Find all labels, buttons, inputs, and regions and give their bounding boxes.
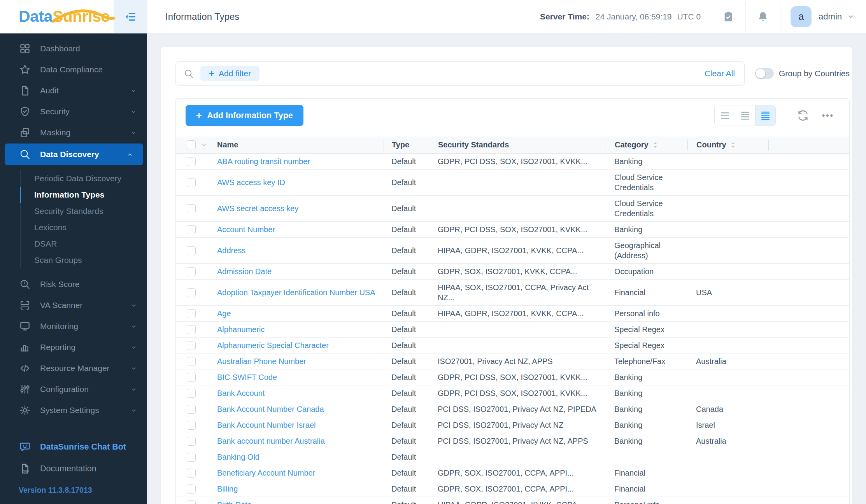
sidebar-item-data-discovery[interactable]: Data Discovery (5, 144, 143, 165)
density-compact-icon (760, 110, 771, 121)
row-checkbox[interactable] (187, 309, 196, 318)
sidebar-subitem-security-standards[interactable]: Security Standards (0, 203, 147, 219)
cell-empty (768, 238, 849, 263)
row-checkbox[interactable] (187, 500, 196, 504)
info-type-link[interactable]: Age (217, 308, 231, 318)
info-type-link[interactable]: Australian Phone Number (217, 356, 306, 366)
server-time: Server Time: 24 January, 06:59:19 UTC 0 (540, 12, 701, 21)
info-type-link[interactable]: AWS secret access key (217, 203, 298, 214)
row-select-cell (176, 481, 211, 497)
row-checkbox[interactable] (187, 341, 196, 350)
row-checkbox[interactable] (187, 485, 196, 494)
cell-type: Default (384, 481, 430, 497)
row-checkbox[interactable] (187, 373, 196, 382)
row-select-cell (176, 196, 211, 221)
user-name[interactable]: admin (819, 12, 842, 22)
density-comfortable-button[interactable] (715, 105, 735, 126)
cell-type: Default (384, 497, 430, 504)
sidebar-subitem-dsar[interactable]: DSAR (0, 236, 147, 252)
row-select-cell (176, 338, 211, 353)
more-options-button[interactable] (820, 109, 834, 122)
info-type-link[interactable]: Admission Date (217, 266, 272, 276)
row-checkbox[interactable] (187, 225, 196, 234)
info-type-link[interactable]: Alphanumeric (217, 324, 265, 334)
sort-icon[interactable] (731, 141, 736, 149)
sidebar-footer: DataSunrise Chat BotDOCDocumentation (0, 431, 147, 480)
column-header-category[interactable]: Category (605, 140, 687, 150)
sidebar-item-security[interactable]: Security (0, 101, 147, 122)
row-checkbox[interactable] (187, 157, 196, 166)
row-checkbox[interactable] (187, 246, 196, 255)
clear-all-button[interactable]: Clear All (705, 69, 735, 78)
sidebar-item-configuration[interactable]: Configuration (0, 379, 147, 400)
add-filter-button[interactable]: + Add filter (200, 66, 259, 81)
row-checkbox[interactable] (187, 178, 196, 187)
sidebar-item-va-scanner[interactable]: VA Scanner (0, 295, 147, 316)
info-type-link[interactable]: BIC SWIFT Code (217, 372, 277, 382)
info-type-link[interactable]: Bank Account Number Canada (217, 404, 324, 414)
user-menu-chevron-icon[interactable] (847, 13, 854, 20)
sort-icon[interactable] (653, 141, 658, 149)
cell-name: AWS access key ID (211, 170, 384, 195)
sidebar-item-datasunrise-chat-bot[interactable]: DataSunrise Chat Bot (0, 436, 147, 458)
sidebar-item-masking[interactable]: Masking (0, 122, 147, 143)
info-type-link[interactable]: Address (217, 245, 245, 256)
info-type-link[interactable]: Beneficiary Account Number (217, 468, 315, 478)
info-type-link[interactable]: Birth Date (217, 500, 252, 504)
notifications-button[interactable] (746, 0, 780, 33)
cell-name: Billing (211, 481, 384, 497)
info-type-link[interactable]: AWS access key ID (217, 177, 285, 187)
info-type-link[interactable]: Account Number (217, 224, 275, 234)
sidebar-item-risk-score[interactable]: Risk Score (0, 274, 147, 295)
filter-bar[interactable]: + Add filter Clear All (175, 61, 745, 86)
row-checkbox[interactable] (187, 288, 196, 297)
row-checkbox[interactable] (187, 437, 196, 446)
info-type-link[interactable]: ABA routing transit number (217, 156, 310, 166)
density-medium-button[interactable] (735, 105, 755, 126)
row-checkbox[interactable] (187, 421, 196, 430)
row-checkbox[interactable] (187, 204, 196, 213)
sidebar-collapse-button[interactable] (114, 0, 147, 33)
density-compact-button[interactable] (755, 105, 775, 126)
add-information-type-button[interactable]: + Add Information Type (186, 105, 303, 126)
gear-icon (19, 404, 31, 416)
select-all-checkbox[interactable] (187, 140, 196, 149)
sidebar-subitem-information-types[interactable]: Information Types (0, 187, 147, 203)
info-type-link[interactable]: Bank account number Australia (217, 436, 325, 446)
cell-name: AWS secret access key (211, 196, 384, 221)
sidebar-item-system-settings[interactable]: System Settings (0, 400, 147, 421)
row-select-cell (176, 449, 211, 465)
sidebar-item-data-compliance[interactable]: Data Compliance (0, 59, 147, 80)
row-checkbox[interactable] (187, 389, 196, 398)
table-row: ABA routing transit numberDefaultGDPR, P… (176, 154, 849, 169)
info-type-link[interactable]: Alphanumeric Special Character (217, 340, 329, 350)
select-menu-chevron-icon[interactable] (201, 142, 207, 148)
column-header-country[interactable]: Country (687, 140, 768, 150)
refresh-button[interactable] (797, 109, 809, 122)
sidebar-item-documentation[interactable]: DOCDocumentation (0, 458, 147, 480)
row-checkbox[interactable] (187, 469, 196, 478)
chevron-down-icon (130, 130, 137, 136)
sidebar-item-dashboard[interactable]: Dashboard (0, 38, 147, 59)
info-type-link[interactable]: Banking Old (217, 452, 259, 462)
info-type-link[interactable]: Bank Account Number Israel (217, 420, 316, 430)
sidebar-item-reporting[interactable]: Reporting (0, 337, 147, 358)
row-checkbox[interactable] (187, 357, 196, 366)
info-type-link[interactable]: Billing (217, 484, 238, 494)
row-checkbox[interactable] (187, 453, 196, 462)
tasks-button[interactable] (711, 0, 745, 33)
group-by-countries-toggle[interactable] (755, 68, 774, 79)
info-type-link[interactable]: Adoption Taxpayer Identification Number … (217, 287, 375, 298)
sidebar-subitem-periodic-data-discovery[interactable]: Periodic Data Discovery (0, 170, 147, 187)
sidebar-subitem-lexicons[interactable]: Lexicons (0, 219, 147, 236)
sidebar-subitem-scan-groups[interactable]: Scan Groups (0, 252, 147, 268)
info-type-link[interactable]: Bank Account (217, 388, 265, 398)
sidebar-item-monitoring[interactable]: Monitoring (0, 316, 147, 337)
table-header: NameTypeSecurity StandardsCategoryCountr… (176, 136, 849, 154)
sidebar-item-resource-manager[interactable]: Resource Manager (0, 358, 147, 379)
avatar[interactable]: a (791, 6, 812, 27)
row-checkbox[interactable] (187, 405, 196, 414)
row-checkbox[interactable] (187, 325, 196, 334)
row-checkbox[interactable] (187, 267, 196, 276)
sidebar-item-audit[interactable]: Audit (0, 80, 147, 101)
